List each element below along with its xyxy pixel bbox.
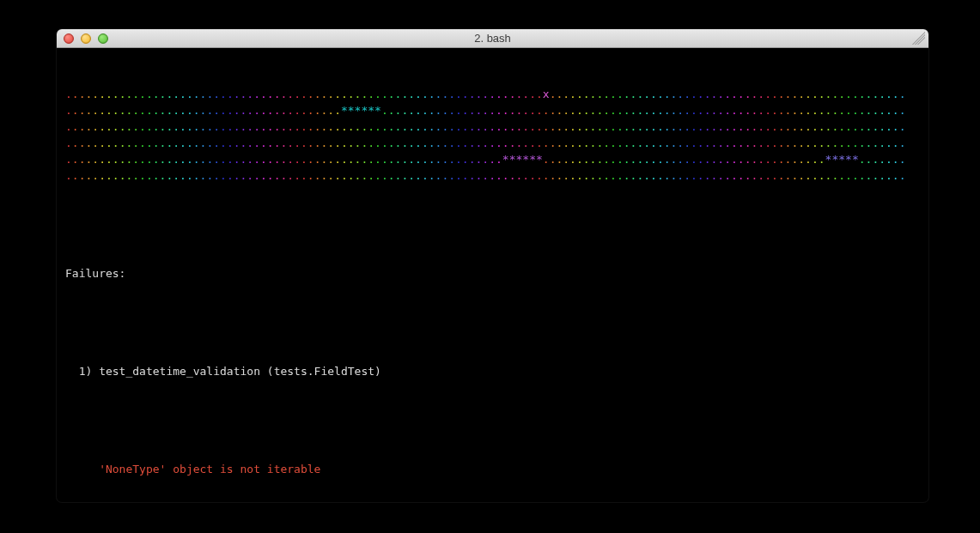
blank-line: [65, 216, 920, 233]
titlebar[interactable]: 2. bash: [57, 29, 928, 48]
window-title: 2. bash: [57, 29, 928, 48]
resize-icon[interactable]: [912, 32, 925, 45]
failure-error: 'NoneType' object is not iterable: [65, 461, 920, 477]
traffic-lights: [64, 33, 108, 44]
test-progress-dots: ........................................…: [65, 86, 920, 184]
blank-line: [65, 412, 920, 428]
close-button[interactable]: [64, 33, 74, 44]
blank-line: [65, 314, 920, 330]
failure-title: 1) test_datetime_validation (tests.Field…: [65, 363, 920, 379]
zoom-button[interactable]: [98, 33, 108, 44]
terminal-window: 2. bash ................................…: [57, 29, 928, 502]
terminal-content[interactable]: ........................................…: [57, 48, 928, 502]
minimize-button[interactable]: [81, 33, 91, 44]
failures-header: Failures:: [65, 265, 920, 282]
